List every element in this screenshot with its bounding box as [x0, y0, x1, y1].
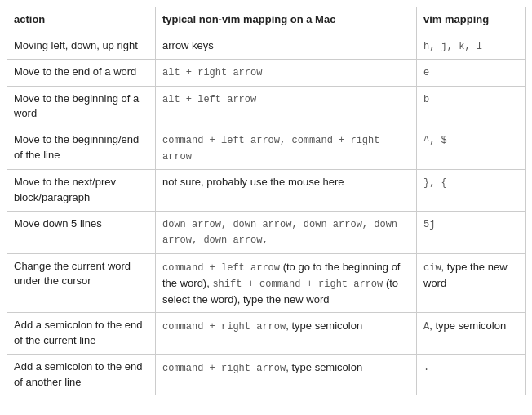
cell-vim: 5j: [417, 211, 526, 253]
cell-mac: command + right arrow, type semicolon: [156, 354, 417, 395]
cell-mac: arrow keys: [156, 33, 417, 59]
table-row: Move to the beginning of a wordalt + lef…: [7, 86, 526, 127]
cell-action: Move down 5 lines: [7, 211, 156, 253]
table-row: Move down 5 linesdown arrow, down arrow,…: [7, 211, 526, 253]
cell-vim: e: [417, 60, 526, 86]
cell-action: Add a semicolon to the end of the curren…: [7, 313, 156, 355]
cell-vim: .: [417, 354, 526, 395]
cell-mac: command + left arrow (to go to the begin…: [156, 253, 417, 313]
cell-action: Move to the next/prev block/paragraph: [7, 170, 156, 212]
header-vim: vim mapping: [417, 7, 526, 33]
cell-mac: command + right arrow, type semicolon: [156, 313, 417, 355]
cell-action: Move to the end of a word: [7, 60, 156, 86]
cell-mac: command + left arrow, command + right ar…: [156, 127, 417, 170]
cell-vim: ciw, type the new word: [417, 253, 526, 313]
table-row: Change the current word under the cursor…: [7, 253, 526, 313]
table-row: Add a semicolon to the end of another li…: [7, 354, 526, 395]
cell-action: Moving left, down, up right: [7, 33, 156, 59]
table-row: Moving left, down, up rightarrow keysh, …: [7, 33, 526, 59]
cell-vim: }, {: [417, 170, 526, 212]
header-mac: typical non-vim mapping on a Mac: [156, 7, 417, 33]
table-row: Move to the next/prev block/paragraphnot…: [7, 170, 526, 212]
cell-mac: alt + right arrow: [156, 60, 417, 86]
cell-action: Move to the beginning/end of the line: [7, 127, 156, 170]
cell-vim: b: [417, 86, 526, 127]
table-row: Move to the end of a wordalt + right arr…: [7, 60, 526, 86]
cell-vim: A, type semicolon: [417, 313, 526, 355]
cell-mac: not sure, probably use the mouse here: [156, 170, 417, 212]
cell-mac: alt + left arrow: [156, 86, 417, 127]
cell-vim: h, j, k, l: [417, 33, 526, 59]
table-row: Move to the beginning/end of the linecom…: [7, 127, 526, 170]
cell-action: Change the current word under the cursor: [7, 253, 156, 313]
cell-action: Move to the beginning of a word: [7, 86, 156, 127]
table-row: Add a semicolon to the end of the curren…: [7, 313, 526, 355]
cell-vim: ^, $: [417, 127, 526, 170]
cell-action: Add a semicolon to the end of another li…: [7, 354, 156, 395]
cell-mac: down arrow, down arrow, down arrow, down…: [156, 211, 417, 253]
header-action: action: [7, 7, 156, 33]
